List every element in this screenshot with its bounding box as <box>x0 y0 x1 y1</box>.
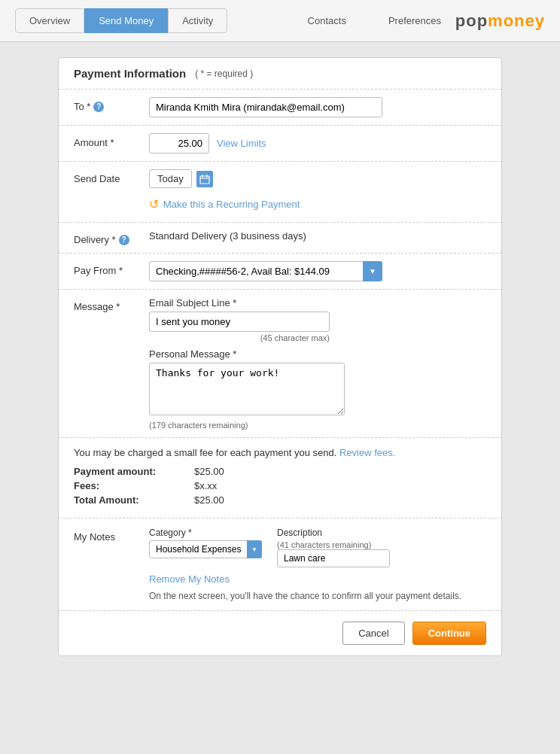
today-button[interactable]: Today <box>149 169 192 188</box>
to-row: To * ? <box>74 97 486 117</box>
required-note: ( * = required ) <box>195 68 253 79</box>
payment-amount-row: Payment amount: $25.00 <box>74 466 486 477</box>
review-fees-link[interactable]: Review fees. <box>339 447 395 458</box>
send-date-field: Today <box>149 169 486 188</box>
send-date-label: Send Date <box>74 169 149 184</box>
tab-overview[interactable]: Overview <box>15 8 84 33</box>
recurring-payment-link[interactable]: ↺ Make this a Recurring Payment <box>149 197 486 211</box>
recurring-icon: ↺ <box>149 197 159 211</box>
to-field <box>149 97 486 117</box>
pay-from-section: Pay From * Checking,#####56-2, Avail Bal… <box>59 254 501 290</box>
pay-from-select[interactable]: Checking,#####56-2, Avail Bal: $144.09 <box>149 261 382 281</box>
message-section: Message * Email Subject Line * (45 chara… <box>59 290 501 438</box>
chars-remaining: (179 characters remaining) <box>149 421 345 430</box>
fees-row: Fees: $x.xx <box>74 480 486 491</box>
logo-money: money <box>488 11 545 30</box>
pay-from-row: Pay From * Checking,#####56-2, Avail Bal… <box>74 261 486 281</box>
footer-buttons: Cancel Continue <box>59 611 501 655</box>
message-label: Message * <box>74 297 149 312</box>
top-navigation: Overview Send Money Activity Contacts Pr… <box>0 0 560 42</box>
pay-from-field: Checking,#####56-2, Avail Bal: $144.09 <box>149 261 486 281</box>
pay-from-select-wrapper: Checking,#####56-2, Avail Bal: $144.09 <box>149 261 382 281</box>
nav-right-links: Contacts Preferences <box>294 9 455 32</box>
delivery-row: Delivery * ? Standard Delivery (3 busine… <box>74 230 486 245</box>
fees-value: $x.xx <box>194 480 217 491</box>
description-input[interactable] <box>277 549 390 567</box>
delivery-text: Standard Delivery (3 business days) <box>149 227 306 242</box>
fees-label: Fees: <box>74 480 194 491</box>
view-limits-link[interactable]: View Limits <box>217 138 266 149</box>
amount-label: Amount * <box>74 133 149 148</box>
calendar-icon[interactable] <box>196 171 213 187</box>
logo-pop: pop <box>455 11 488 30</box>
send-date-row: Send Date Today <box>74 169 486 188</box>
category-label: Category * <box>149 527 262 538</box>
to-label: To * ? <box>74 97 149 112</box>
payment-info-header: Payment Information ( * = required ) <box>59 58 501 90</box>
pay-from-label: Pay From * <box>74 261 149 276</box>
confirm-notice: On the next screen, you'll have the chan… <box>149 591 486 601</box>
send-date-section: Send Date Today ↺ Make this a Recurring <box>59 162 501 223</box>
amount-row: Amount * View Limits <box>74 133 486 154</box>
to-section: To * ? <box>59 90 501 126</box>
nav-preferences[interactable]: Preferences <box>375 9 455 32</box>
total-amount-row: Total Amount: $25.00 <box>74 494 486 506</box>
description-label: Description <box>277 527 390 538</box>
fee-section: You may be charged a small fee for each … <box>59 438 501 518</box>
to-help-icon[interactable]: ? <box>93 102 104 112</box>
amount-field: View Limits <box>149 133 486 154</box>
my-notes-label: My Notes <box>74 527 149 543</box>
tab-send-money[interactable]: Send Money <box>84 8 168 33</box>
fee-table: Payment amount: $25.00 Fees: $x.xx Total… <box>74 466 486 506</box>
my-notes-section: My Notes Category * Household Expenses F… <box>59 518 501 611</box>
nav-contacts[interactable]: Contacts <box>294 9 360 32</box>
personal-message-textarea[interactable]: Thanks for your work! <box>149 363 345 415</box>
description-group: Description (41 characters remaining) <box>277 527 390 567</box>
notes-content: Category * Household Expenses Food Enter… <box>149 527 486 601</box>
continue-button[interactable]: Continue <box>412 622 486 645</box>
payment-info-title: Payment Information <box>74 67 186 80</box>
category-select-wrapper: Household Expenses Food Entertainment Ot… <box>149 540 262 558</box>
svg-rect-0 <box>200 176 209 184</box>
category-group: Category * Household Expenses Food Enter… <box>149 527 262 567</box>
amount-input[interactable] <box>149 133 209 154</box>
delivery-section: Delivery * ? Standard Delivery (3 busine… <box>59 223 501 254</box>
main-form-container: Payment Information ( * = required ) To … <box>58 57 502 656</box>
category-select[interactable]: Household Expenses Food Entertainment Ot… <box>149 540 262 558</box>
message-inner: Email Subject Line * (45 character max) … <box>149 297 345 430</box>
delivery-field: Standard Delivery (3 business days) <box>149 230 486 242</box>
nav-tabs: Overview Send Money Activity <box>15 8 227 33</box>
amount-section: Amount * View Limits <box>59 126 501 162</box>
email-subject-label: Email Subject Line * <box>149 297 345 309</box>
personal-message-label: Personal Message * <box>149 348 345 360</box>
total-amount-label: Total Amount: <box>74 494 194 506</box>
delivery-help-icon[interactable]: ? <box>119 235 129 245</box>
notes-fields: Category * Household Expenses Food Enter… <box>149 527 486 567</box>
delivery-label: Delivery * ? <box>74 230 149 245</box>
message-row: Message * Email Subject Line * (45 chara… <box>74 297 486 430</box>
payment-amount-label: Payment amount: <box>74 466 194 477</box>
total-amount-value: $25.00 <box>194 494 224 506</box>
tab-activity[interactable]: Activity <box>168 8 227 33</box>
cancel-button[interactable]: Cancel <box>342 622 404 645</box>
payment-amount-value: $25.00 <box>194 466 224 477</box>
email-subject-input[interactable] <box>149 312 330 332</box>
fee-notice: You may be charged a small fee for each … <box>74 447 486 458</box>
popmoney-logo: popmoney <box>455 11 545 31</box>
char-max-note: (45 character max) <box>149 333 330 342</box>
remove-notes-link[interactable]: Remove My Notes <box>149 573 486 585</box>
to-input[interactable] <box>149 97 382 117</box>
description-chars-remaining: (41 characters remaining) <box>277 540 390 549</box>
